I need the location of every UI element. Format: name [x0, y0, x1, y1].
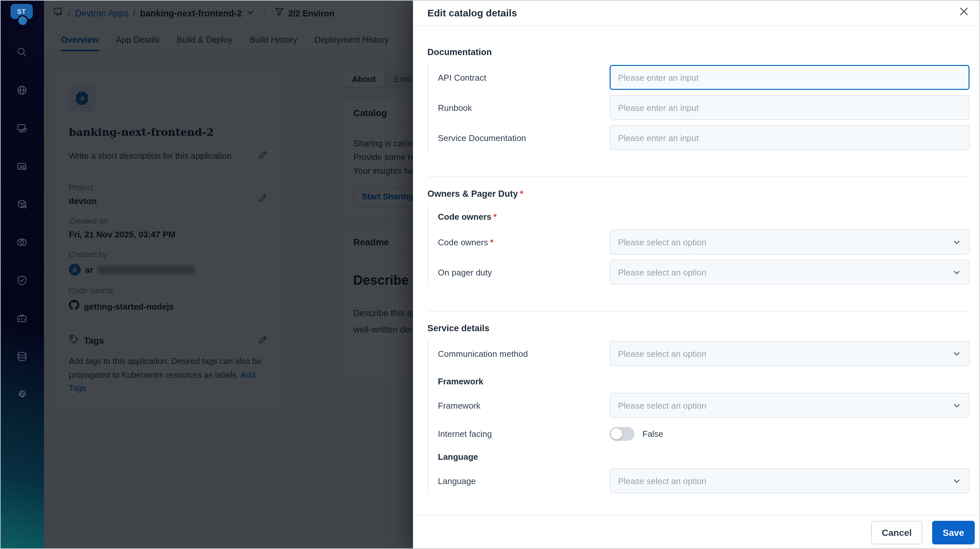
stack-icon[interactable] [16, 351, 27, 362]
section-title-documentation: Documentation [427, 47, 969, 57]
shield-check-icon[interactable] [16, 275, 27, 286]
sidebar-nav [0, 46, 44, 400]
logo-badge-icon [17, 15, 28, 26]
on-pager-duty-select[interactable]: Please select an option [609, 260, 969, 285]
subsection-title-code-owners: Code owners* [438, 212, 969, 222]
sidebar: ST [0, 0, 44, 549]
chevron-down-icon [953, 477, 961, 485]
documentation-field-group: API Contract Runbook Service Documentati… [428, 64, 969, 152]
framework-select[interactable]: Please select an option [609, 393, 969, 418]
cancel-button[interactable]: Cancel [871, 520, 922, 544]
code-owners-select[interactable]: Please select an option [609, 230, 969, 254]
drawer-body: Documentation API Contract Runbook Servi… [413, 26, 980, 515]
toggle-knob [611, 428, 622, 439]
field-label: Communication method [438, 349, 609, 359]
field-row-communication-method: Communication method Please select an op… [438, 341, 969, 366]
select-placeholder: Please select an option [618, 476, 706, 486]
runbook-input[interactable] [609, 95, 969, 120]
scanner-icon[interactable] [16, 237, 27, 248]
toggle-value-label: False [643, 429, 663, 439]
chevron-down-icon [953, 349, 961, 358]
internet-facing-toggle[interactable] [609, 427, 635, 440]
chevron-down-icon [953, 401, 961, 410]
required-asterisk: * [493, 212, 496, 222]
service-details-field-group: Communication method Please select an op… [428, 340, 969, 495]
save-button[interactable]: Save [932, 520, 975, 544]
field-row-code-owners: Code owners* Please select an option [438, 230, 969, 254]
field-row-on-pager-duty: On pager duty Please select an option [438, 260, 969, 285]
field-label: On pager duty [438, 267, 609, 277]
edit-catalog-drawer: Edit catalog details Documentation API C… [413, 0, 980, 549]
applications-icon[interactable] [16, 123, 27, 134]
field-row-framework: Framework Please select an option [438, 393, 969, 418]
language-select[interactable]: Please select an option [609, 468, 969, 493]
screen: ST / Devtron Apps / banking-next-fronten… [0, 0, 980, 549]
field-label: Internet facing [438, 429, 609, 439]
drawer-title: Edit catalog details [427, 7, 517, 18]
owners-field-group: Code owners* Code owners* Please select … [428, 205, 969, 286]
field-label: Code owners* [438, 237, 609, 247]
charts-icon[interactable] [16, 199, 27, 210]
field-label: Language [438, 476, 609, 486]
select-placeholder: Please select an option [618, 267, 706, 277]
select-placeholder: Please select an option [618, 349, 706, 359]
modal-backdrop[interactable] [44, 0, 413, 549]
select-placeholder: Please select an option [618, 237, 706, 247]
search-icon[interactable] [16, 46, 27, 58]
required-asterisk: * [520, 189, 523, 199]
drawer-header: Edit catalog details [413, 0, 980, 26]
subsection-title-language: Language [438, 452, 969, 462]
section-divider [427, 311, 969, 311]
briefcase-icon[interactable] [16, 313, 27, 324]
subsection-title-framework: Framework [438, 377, 969, 386]
globe-icon[interactable] [16, 85, 27, 96]
section-divider [427, 176, 969, 177]
field-row-api-contract: API Contract [438, 65, 969, 90]
field-label: Framework [438, 401, 609, 410]
communication-method-select[interactable]: Please select an option [609, 341, 969, 366]
field-row-internet-facing: Internet facing False [438, 426, 969, 441]
required-asterisk: * [490, 237, 493, 247]
chevron-down-icon [953, 238, 961, 246]
settings-gear-icon[interactable] [16, 389, 27, 400]
field-row-runbook: Runbook [438, 95, 969, 120]
field-row-language: Language Please select an option [438, 468, 969, 493]
service-documentation-input[interactable] [609, 125, 969, 150]
field-row-service-documentation: Service Documentation [438, 125, 969, 150]
section-title-service-details: Service details [427, 323, 969, 333]
field-label: Service Documentation [438, 133, 609, 143]
api-contract-input[interactable] [609, 65, 969, 90]
select-placeholder: Please select an option [618, 401, 706, 410]
drawer-footer: Cancel Save [413, 515, 980, 549]
logo-text: ST [17, 8, 26, 15]
field-label: API Contract [438, 72, 609, 82]
section-title-owners: Owners & Pager Duty* [427, 189, 969, 199]
chevron-down-icon [953, 268, 961, 276]
field-label: Runbook [438, 103, 609, 112]
close-icon[interactable] [959, 6, 969, 19]
jobs-icon[interactable] [16, 161, 27, 172]
